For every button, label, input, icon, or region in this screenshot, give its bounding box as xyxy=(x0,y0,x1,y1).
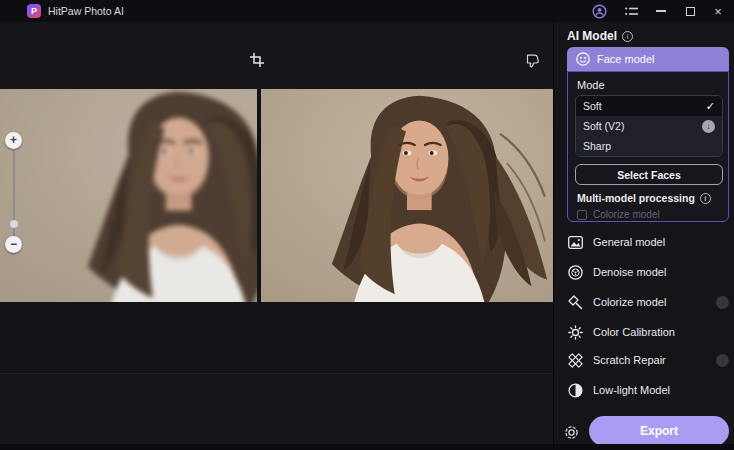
mode-label: Mode xyxy=(577,79,605,91)
app-logo: P xyxy=(27,4,41,18)
sidebar-item-general-model[interactable]: General model xyxy=(567,228,729,256)
ai-model-title: AI Model xyxy=(567,29,617,43)
mode-option-soft[interactable]: Soft ✓ xyxy=(576,96,722,116)
sidebar-header: AI Model i xyxy=(567,29,633,43)
app-title: HitPaw Photo AI xyxy=(48,0,124,22)
sun-icon xyxy=(568,325,583,340)
sidebar-item-colorize-model[interactable]: Colorize model ↓ xyxy=(567,288,729,316)
before-photo[interactable] xyxy=(0,89,257,302)
check-icon: ✓ xyxy=(706,100,715,113)
thumbs-down-icon xyxy=(526,54,540,68)
zoom-handle[interactable] xyxy=(10,220,18,228)
feedback-button[interactable] xyxy=(523,51,543,71)
zoom-control: + − xyxy=(5,132,23,254)
download-icon[interactable]: ↓ xyxy=(716,354,729,367)
bandage-icon xyxy=(568,353,583,368)
sidebar: AI Model i Face model Mode Soft ✓ Soft (… xyxy=(553,22,734,450)
account-icon xyxy=(592,4,607,19)
menu-icon xyxy=(625,7,638,16)
face-model-settings-panel: Mode Soft ✓ Soft (V2) ↓ Sharp Select Fac… xyxy=(567,71,729,222)
maximize-button[interactable] xyxy=(677,0,703,22)
paint-roller-icon xyxy=(568,295,583,310)
zoom-out-button[interactable]: − xyxy=(5,236,22,253)
denoise-icon xyxy=(568,265,583,280)
bottom-bar: + Preview xyxy=(0,373,553,444)
menu-button[interactable] xyxy=(618,0,644,22)
titlebar: P HitPaw Photo AI × xyxy=(0,0,734,22)
checkbox-icon[interactable] xyxy=(577,210,587,220)
export-button[interactable]: Export xyxy=(589,416,729,446)
download-icon[interactable]: ↓ xyxy=(716,296,729,309)
download-icon[interactable]: ↓ xyxy=(702,120,715,133)
sidebar-item-scratch-repair[interactable]: Scratch Repair ↓ xyxy=(567,346,729,374)
image-icon xyxy=(568,236,583,249)
window-bottom-edge xyxy=(0,444,734,450)
sidebar-item-low-light-model[interactable]: Low-light Model xyxy=(567,376,729,404)
settings-button[interactable] xyxy=(562,423,580,441)
face-model-label: Face model xyxy=(597,53,654,65)
gear-icon xyxy=(563,424,580,441)
face-icon xyxy=(576,52,590,66)
info-icon[interactable]: i xyxy=(622,31,633,42)
minimize-icon xyxy=(656,10,666,12)
crop-icon xyxy=(250,53,264,67)
sidebar-item-color-calibration[interactable]: Color Calibration xyxy=(567,318,729,346)
hitpaw-photo-ai-window: P HitPaw Photo AI × xyxy=(0,0,734,450)
face-model-button[interactable]: Face model xyxy=(567,47,729,71)
after-photo[interactable] xyxy=(261,89,553,302)
canvas-toolbar xyxy=(0,22,553,89)
mode-option-sharp[interactable]: Sharp xyxy=(576,136,722,156)
maximize-icon xyxy=(686,7,695,16)
select-faces-button[interactable]: Select Faces xyxy=(575,164,723,185)
zoom-in-button[interactable]: + xyxy=(5,132,22,149)
half-circle-icon xyxy=(568,383,583,398)
colorize-checkbox-row[interactable]: Colorize model xyxy=(577,209,660,220)
crop-button[interactable] xyxy=(247,50,267,70)
account-button[interactable] xyxy=(586,0,612,22)
mode-option-soft-v2[interactable]: Soft (V2) ↓ xyxy=(576,116,722,136)
mode-option-list: Soft ✓ Soft (V2) ↓ Sharp xyxy=(575,95,723,157)
multi-model-label: Multi-model processing i xyxy=(577,192,711,204)
sidebar-item-denoise-model[interactable]: Denoise model xyxy=(567,258,729,286)
info-icon[interactable]: i xyxy=(700,193,711,204)
close-icon: × xyxy=(714,5,722,18)
minimize-button[interactable] xyxy=(648,0,674,22)
close-button[interactable]: × xyxy=(705,0,731,22)
